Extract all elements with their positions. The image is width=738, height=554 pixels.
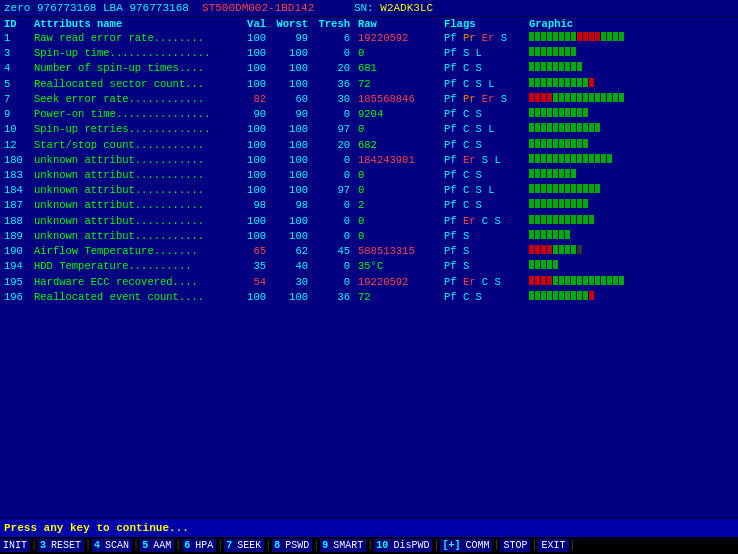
key-item[interactable]: INIT| <box>0 539 38 552</box>
bar-segment <box>613 276 618 285</box>
col-header-flags: Flags <box>442 17 527 31</box>
bar-segment <box>601 32 606 41</box>
row-id: 190 <box>2 244 32 259</box>
row-worst: 30 <box>268 275 310 290</box>
row-graphic <box>527 290 736 305</box>
row-name: Spin-up time................ <box>32 46 232 61</box>
row-val: 98 <box>232 198 268 213</box>
bar-segment <box>577 139 582 148</box>
bar-segment <box>577 62 582 71</box>
row-tresh: 0 <box>310 46 352 61</box>
row-val: 100 <box>232 138 268 153</box>
bar-segment <box>607 93 612 102</box>
bar-segment <box>559 230 564 239</box>
key-item[interactable]: STOP| <box>500 539 538 552</box>
bar-segment <box>571 108 576 117</box>
bar-segment <box>529 245 534 254</box>
bar-segment <box>559 139 564 148</box>
bar-segment <box>541 184 546 193</box>
bar-segment <box>613 32 618 41</box>
key-item[interactable]: EXIT| <box>538 539 576 552</box>
bar-segment <box>541 276 546 285</box>
key-label: SCAN <box>102 539 132 552</box>
bar-segment <box>589 78 594 87</box>
table-row: 4Number of spin-up times....10010020681P… <box>2 61 736 76</box>
key-number: 7 <box>224 539 234 552</box>
row-id: 195 <box>2 275 32 290</box>
row-val: 100 <box>232 229 268 244</box>
bar-segment <box>559 93 564 102</box>
bar-segment <box>529 139 534 148</box>
row-graphic <box>527 92 736 107</box>
bar-segment <box>577 184 582 193</box>
row-worst: 100 <box>268 46 310 61</box>
bar-segment <box>589 276 594 285</box>
bar-segment <box>601 93 606 102</box>
bar-segment <box>541 215 546 224</box>
sn-label: SN: <box>354 2 374 14</box>
bar-segment <box>595 32 600 41</box>
row-worst: 62 <box>268 244 310 259</box>
bar-segment <box>529 108 534 117</box>
bar-segment <box>577 32 582 41</box>
bar-segment <box>589 93 594 102</box>
bar-segment <box>607 32 612 41</box>
bar-segment <box>559 32 564 41</box>
row-flags: Pf Er S L <box>442 153 527 168</box>
row-name: unknown attribut........... <box>32 153 232 168</box>
key-item[interactable]: 10DisPWD| <box>374 539 440 552</box>
bar-segment <box>547 291 552 300</box>
bar-segment <box>559 47 564 56</box>
bar-segment <box>595 93 600 102</box>
row-id: 194 <box>2 259 32 274</box>
col-header-val: Val <box>232 17 268 31</box>
row-graphic <box>527 122 736 137</box>
key-item[interactable]: 8PSWD| <box>272 539 320 552</box>
bar-segment <box>571 93 576 102</box>
bar-segment <box>619 93 624 102</box>
bar-segment <box>583 123 588 132</box>
bar-segment <box>553 93 558 102</box>
key-item[interactable]: 3RESET| <box>38 539 92 552</box>
row-raw: 0 <box>352 46 442 61</box>
key-item[interactable]: 7SEEK| <box>224 539 272 552</box>
table-row: 183unknown attribut...........10010000Pf… <box>2 168 736 183</box>
row-name: unknown attribut........... <box>32 214 232 229</box>
key-separator: | <box>366 540 374 551</box>
bar-segment <box>535 169 540 178</box>
bar-segment <box>547 245 552 254</box>
bar-segment <box>535 184 540 193</box>
bar-segment <box>565 139 570 148</box>
bar-segment <box>553 47 558 56</box>
bar-segment <box>559 215 564 224</box>
row-val: 54 <box>232 275 268 290</box>
bar-segment <box>553 78 558 87</box>
bar-segment <box>583 276 588 285</box>
bar-segment <box>535 215 540 224</box>
row-val: 100 <box>232 214 268 229</box>
serial-number: W2ADK3LC <box>380 2 433 14</box>
key-label: INIT <box>0 539 30 552</box>
bar-segment <box>595 184 600 193</box>
bar-segment <box>559 291 564 300</box>
bar-segment <box>529 93 534 102</box>
bar-segment <box>589 123 594 132</box>
key-separator: | <box>216 540 224 551</box>
key-item[interactable]: [+]COMM| <box>440 539 500 552</box>
key-item[interactable]: 5AAM| <box>140 539 182 552</box>
col-header-worst: Worst <box>268 17 310 31</box>
table-row: 5Reallocated sector count...1001003672Pf… <box>2 77 736 92</box>
key-item[interactable]: 9SMART| <box>320 539 374 552</box>
row-tresh: 0 <box>310 229 352 244</box>
row-raw: 72 <box>352 77 442 92</box>
key-item[interactable]: 4SCAN| <box>92 539 140 552</box>
bar-segment <box>541 260 546 269</box>
key-item[interactable]: 6HPA| <box>182 539 224 552</box>
bar-segment <box>529 199 534 208</box>
bar-segment <box>589 291 594 300</box>
bar-segment <box>613 93 618 102</box>
row-flags: Pf S <box>442 244 527 259</box>
row-flags: Pf C S <box>442 107 527 122</box>
bar-segment <box>565 169 570 178</box>
bar-segment <box>553 260 558 269</box>
